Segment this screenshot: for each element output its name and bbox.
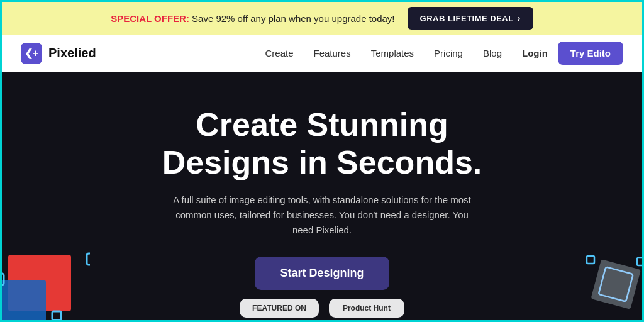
hero-title-line2: Designs in Seconds.	[162, 144, 482, 180]
logo-name: Pixelied	[48, 46, 96, 60]
chevron-right-icon: ›	[518, 13, 521, 23]
hero-subtitle: A full suite of image editing tools, wit…	[165, 192, 479, 238]
start-designing-button[interactable]: Start Designing	[255, 257, 389, 290]
logo-area: ❮+ Pixelied	[21, 43, 96, 64]
svg-rect-1	[2, 280, 46, 322]
hero-title-line1: Create Stunning	[196, 106, 448, 143]
svg-rect-3	[87, 253, 90, 265]
grab-deal-button[interactable]: GRAB LIFETIME DEAL ›	[408, 7, 533, 30]
promo-banner: SPECIAL OFFER: Save 92% off any plan whe…	[2, 2, 642, 35]
logo-symbol: ❮+	[25, 47, 38, 59]
special-offer-label: SPECIAL OFFER:	[111, 13, 189, 24]
decorative-shape-left	[2, 242, 90, 322]
logo-icon: ❮+	[21, 43, 42, 64]
decorative-shape-right	[586, 255, 642, 318]
banner-message: SPECIAL OFFER: Save 92% off any plan whe…	[111, 13, 394, 24]
grab-deal-label: GRAB LIFETIME DEAL	[420, 14, 514, 23]
hero-badges: FEATURED ON Product Hunt	[240, 299, 404, 318]
badge-producthunt: Product Hunt	[329, 299, 404, 318]
svg-rect-8	[637, 258, 642, 265]
nav-create[interactable]: Create	[265, 48, 293, 58]
svg-rect-5	[591, 259, 641, 309]
hero-title: Create Stunning Designs in Seconds.	[162, 106, 482, 182]
svg-rect-4	[52, 311, 61, 320]
nav-pricing[interactable]: Pricing	[434, 48, 463, 58]
nav-features[interactable]: Features	[314, 48, 351, 58]
navbar: ❮+ Pixelied Create Features Templates Pr…	[2, 35, 642, 72]
login-link[interactable]: Login	[522, 48, 548, 58]
nav-templates[interactable]: Templates	[371, 48, 414, 58]
badge-featured: FEATURED ON	[240, 299, 319, 318]
nav-links: Create Features Templates Pricing Blog	[265, 48, 502, 58]
svg-rect-7	[587, 256, 594, 264]
hero-section: Create Stunning Designs in Seconds. A fu…	[2, 72, 642, 322]
banner-message-text: Save 92% off any plan when you upgrade t…	[192, 13, 394, 24]
nav-blog[interactable]: Blog	[483, 48, 502, 58]
try-editor-button[interactable]: Try Edito	[558, 42, 623, 65]
